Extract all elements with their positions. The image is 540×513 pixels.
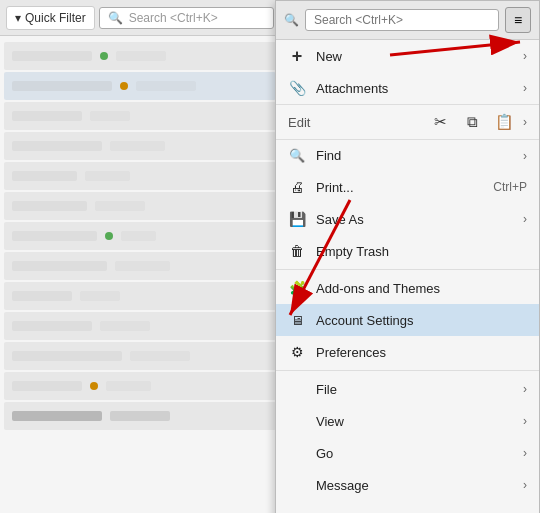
save-as-arrow-icon: ›: [523, 212, 527, 226]
menu-item-attachments[interactable]: 📎 Attachments ›: [276, 72, 539, 104]
dropdown-arrow-icon: ▾: [15, 11, 21, 25]
email-row[interactable]: [4, 252, 276, 280]
menu-item-file-label: File: [316, 382, 513, 397]
menu-edit-row: Edit ✂ ⧉ 📋 ›: [276, 104, 539, 139]
menu-item-save-as[interactable]: 💾 Save As ›: [276, 203, 539, 235]
cut-icon[interactable]: ✂: [427, 109, 453, 135]
view-arrow-icon: ›: [523, 414, 527, 428]
new-arrow-icon: ›: [523, 49, 527, 63]
edit-label: Edit: [288, 115, 421, 130]
menu-hamburger-button[interactable]: ≡: [505, 7, 531, 33]
separator-1: [276, 269, 539, 270]
email-row[interactable]: [4, 222, 276, 250]
menu-item-go[interactable]: Go ›: [276, 437, 539, 469]
search-icon: 🔍: [108, 11, 123, 25]
menu-item-view[interactable]: View ›: [276, 405, 539, 437]
email-row[interactable]: [4, 72, 276, 100]
quick-filter-dropdown[interactable]: ▾ Quick Filter: [6, 6, 95, 30]
view-icon: [288, 412, 306, 430]
email-row[interactable]: [4, 42, 276, 70]
menu-item-message[interactable]: Message ›: [276, 469, 539, 501]
menu-item-attachments-label: Attachments: [316, 81, 513, 96]
menu-item-go-label: Go: [316, 446, 513, 461]
email-row[interactable]: [4, 132, 276, 160]
menu-item-new-label: New: [316, 49, 513, 64]
menu-item-new[interactable]: + New ›: [276, 40, 539, 72]
menu-item-addons[interactable]: 🧩 Add-ons and Themes: [276, 272, 539, 304]
menu-search-bar: 🔍 ≡: [276, 1, 539, 40]
file-arrow-icon: ›: [523, 382, 527, 396]
message-arrow-icon: ›: [523, 478, 527, 492]
menu-item-print-label: Print...: [316, 180, 483, 195]
menu-item-message-label: Message: [316, 478, 513, 493]
print-shortcut: Ctrl+P: [493, 180, 527, 194]
account-settings-icon: 🖥: [288, 311, 306, 329]
menu-item-events-tasks-label: Events and Tasks: [316, 510, 513, 514]
email-row[interactable]: [4, 312, 276, 340]
new-icon: +: [288, 47, 306, 65]
save-as-icon: 💾: [288, 210, 306, 228]
email-row[interactable]: [4, 102, 276, 130]
menu-search-icon: 🔍: [284, 13, 299, 27]
separator-2: [276, 370, 539, 371]
message-icon: [288, 476, 306, 494]
menu-item-events-tasks[interactable]: Events and Tasks ›: [276, 501, 539, 513]
edit-arrow-icon: ›: [523, 115, 527, 129]
menu-item-account-settings[interactable]: 🖥 Account Settings: [276, 304, 539, 336]
menu-item-addons-label: Add-ons and Themes: [316, 281, 527, 296]
menu-item-view-label: View: [316, 414, 513, 429]
menu-item-preferences-label: Preferences: [316, 345, 527, 360]
preferences-icon: ⚙: [288, 343, 306, 361]
email-row[interactable]: [4, 192, 276, 220]
empty-trash-icon: 🗑: [288, 242, 306, 260]
copy-icon[interactable]: ⧉: [459, 109, 485, 135]
addons-icon: 🧩: [288, 279, 306, 297]
app-menu: 🔍 ≡ + New › 📎 Attachments › Edit ✂ ⧉ 📋 ›…: [275, 0, 540, 513]
menu-item-file[interactable]: File ›: [276, 373, 539, 405]
menu-item-print[interactable]: 🖨 Print... Ctrl+P: [276, 171, 539, 203]
menu-search-input[interactable]: [305, 9, 499, 31]
find-icon: 🔍: [288, 147, 306, 165]
go-arrow-icon: ›: [523, 446, 527, 460]
menu-item-find[interactable]: 🔍 Find ›: [276, 139, 539, 171]
print-icon: 🖨: [288, 178, 306, 196]
menu-item-account-settings-label: Account Settings: [316, 313, 527, 328]
menu-item-preferences[interactable]: ⚙ Preferences: [276, 336, 539, 368]
quick-filter-label: Quick Filter: [25, 11, 86, 25]
menu-item-save-as-label: Save As: [316, 212, 513, 227]
attachments-icon: 📎: [288, 79, 306, 97]
search-bar: 🔍 Search <Ctrl+K>: [99, 7, 274, 29]
file-icon: [288, 380, 306, 398]
email-row[interactable]: [4, 342, 276, 370]
email-row[interactable]: [4, 162, 276, 190]
email-row[interactable]: [4, 282, 276, 310]
email-row[interactable]: [4, 372, 276, 400]
menu-item-empty-trash-label: Empty Trash: [316, 244, 527, 259]
events-tasks-icon: [288, 508, 306, 513]
paste-icon[interactable]: 📋: [491, 109, 517, 135]
email-row[interactable]: [4, 402, 276, 430]
menu-item-find-label: Find: [316, 148, 513, 163]
hamburger-icon: ≡: [514, 12, 522, 28]
menu-item-empty-trash[interactable]: 🗑 Empty Trash: [276, 235, 539, 267]
search-placeholder-text: Search <Ctrl+K>: [129, 11, 218, 25]
go-icon: [288, 444, 306, 462]
find-arrow-icon: ›: [523, 149, 527, 163]
attachments-arrow-icon: ›: [523, 81, 527, 95]
